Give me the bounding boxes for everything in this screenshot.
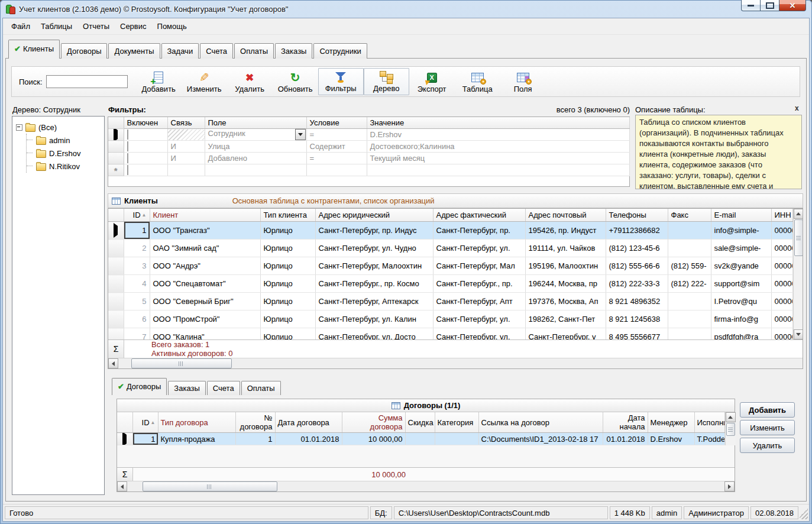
description-close-icon[interactable]: x [795,104,799,112]
cell-client[interactable]: ООО "Калина" [150,328,260,340]
scroll-up-button[interactable] [794,209,803,219]
cell-type[interactable]: Юрлицо [260,328,315,340]
cell-addr-actual[interactable]: Санкт-Петербург, ул. [433,328,525,340]
collapse-icon[interactable] [16,124,22,131]
cell-condition[interactable]: = [306,129,367,141]
cell-addr-actual[interactable]: Санкт-Петербург, Мал [433,257,525,275]
cell-fax[interactable] [668,310,711,328]
checkbox-unchecked[interactable] [127,141,128,151]
cell-addr-legal[interactable]: Санкт-Петербург, ул. Калин [315,310,433,328]
cell-enabled[interactable] [124,153,167,164]
subtab-contracts[interactable]: ✔Договоры [112,378,167,395]
cell-email[interactable]: psdfdfgh@ra [711,328,771,340]
maximize-button[interactable] [760,0,779,11]
table-row[interactable]: 1 Купля-продажа 1 01.01.2018 10 000,00 C… [117,433,724,445]
table-row[interactable]: 7 ООО "Калина" Юрлицо Санкт-Петербург, у… [108,328,792,340]
cell-addr-actual[interactable]: Санкт-Петербург, пр. [433,222,525,240]
cell-phones[interactable]: +79112386682 [606,222,668,240]
cell-condition[interactable]: = [306,153,367,164]
cell-client[interactable]: ООО "Трансгаз" [150,222,260,240]
vertical-scrollbar[interactable] [725,412,736,445]
menu-item-reports[interactable]: Отчеты [77,19,115,34]
cell-id[interactable]: 2 [124,240,150,257]
edit-button[interactable]: ✎ Изменить [182,68,227,95]
cell-value[interactable]: D.Ershov [367,129,629,141]
cell-fax[interactable] [668,293,711,310]
cell-client[interactable]: ООО "Северный Бриг" [150,293,260,310]
tab-documents[interactable]: Документы [108,43,160,59]
cell-field[interactable]: Добавлено [205,153,306,164]
cell-inn[interactable]: 000000 [771,275,792,293]
col-contract-link[interactable]: Ссылка на договор [478,412,603,433]
filter-row[interactable]: И Добавлено = Текущий месяц [108,153,629,164]
table-row[interactable]: 4 ООО "Спецавтомат" Юрлицо Санкт-Петербу… [108,275,792,293]
cell-fax[interactable] [668,240,711,257]
cell-email[interactable]: firma-info@g [711,310,771,328]
cell-addr-postal[interactable]: 197376, Москва, Ап [525,293,606,310]
menu-item-service[interactable]: Сервис [115,19,152,34]
cell-addr-legal[interactable]: Санкт-Петербург, пр. Индус [315,222,433,240]
cell-field[interactable]: Сотрудник [205,129,306,141]
menu-item-help[interactable]: Помощь [152,19,192,34]
cell-addr-legal[interactable]: Санкт-Петербург, ул. Досто [315,328,433,340]
contracts-delete-button[interactable]: Удалить [740,438,795,453]
tree-item-dershov[interactable]: D.Ershov [27,147,103,160]
cell-client[interactable]: ОАО "Зимний сад" [150,240,260,257]
cell-date[interactable]: 01.01.2018 [275,433,342,445]
cell-start[interactable]: 01.01.2018 [603,433,648,445]
cell-email[interactable]: sale@simple- [711,240,771,257]
cell-executor[interactable]: T.Poddergk [694,433,724,445]
col-discount[interactable]: Скидка [405,412,435,433]
scroll-thumb[interactable] [131,358,232,368]
scroll-left-button[interactable] [108,358,118,368]
cell-addr-postal[interactable]: 196244, Москва, пр [525,275,606,293]
col-contract-sum[interactable]: Сумма договора [342,412,405,433]
cell-inn[interactable]: 000000 [771,310,792,328]
tab-employees[interactable]: Сотрудники [313,43,367,59]
scroll-left-button[interactable] [117,481,127,491]
scroll-thumb[interactable] [726,423,735,436]
cell-value[interactable] [367,164,629,176]
col-field[interactable]: Поле [205,117,306,129]
vertical-scrollbar[interactable] [793,209,803,339]
col-addr-actual[interactable]: Адрес фактический [433,209,525,222]
cell-field[interactable]: Улица [205,141,306,153]
cell-type[interactable]: Юрлицо [260,240,315,257]
cell-number[interactable]: 1 [235,433,275,445]
cell-category[interactable] [435,433,478,445]
cell-sum[interactable]: 10 000,00 [342,433,405,445]
tree-toggle-button[interactable]: Дерево [364,68,409,95]
cell-fax[interactable]: (812) 222- [668,275,711,293]
minimize-button[interactable] [741,0,760,11]
col-id[interactable]: ID▲ [132,412,158,433]
resize-grip[interactable] [800,506,808,519]
col-condition[interactable]: Условие [306,117,367,129]
tree-item-nritikov[interactable]: N.Ritikov [27,160,103,173]
cell-addr-postal[interactable]: 195196, Малоохтин [525,257,606,275]
cell-enabled[interactable] [124,164,167,176]
menu-item-tables[interactable]: Таблицы [35,19,77,34]
col-value[interactable]: Значение [367,117,629,129]
cell-addr-actual[interactable]: Санкт-Петербург., пр. [433,275,525,293]
tab-payments[interactable]: Оплаты [234,43,274,59]
cell-addr-legal[interactable]: Санкт-Петербург, ул. Чудно [315,240,433,257]
col-start-date[interactable]: Дата начала [603,412,648,433]
search-input[interactable] [46,75,128,88]
cell-id[interactable]: 5 [124,293,150,310]
cell-id[interactable]: 1 [132,433,158,445]
export-button[interactable]: X Экспорт [409,68,455,95]
cell-type[interactable]: Купля-продажа [158,433,235,445]
cell-condition[interactable]: Содержит [306,141,367,153]
cell-enabled[interactable] [124,141,167,153]
cell-fax[interactable] [668,328,711,340]
dropdown-button[interactable] [295,129,306,140]
col-inn[interactable]: ИНН [771,209,792,222]
cell-field[interactable] [205,164,306,176]
cell-email[interactable]: sv2k@yande [711,257,771,275]
scroll-down-button[interactable] [794,329,803,339]
cell-id[interactable]: 4 [124,275,150,293]
filters-toggle-button[interactable]: Фильтры [318,68,364,95]
cell-type[interactable]: Юрлицо [260,310,315,328]
cell-addr-postal[interactable]: 191114, ул. Чайков [525,240,606,257]
col-executor[interactable]: Исполнитель [694,412,724,433]
